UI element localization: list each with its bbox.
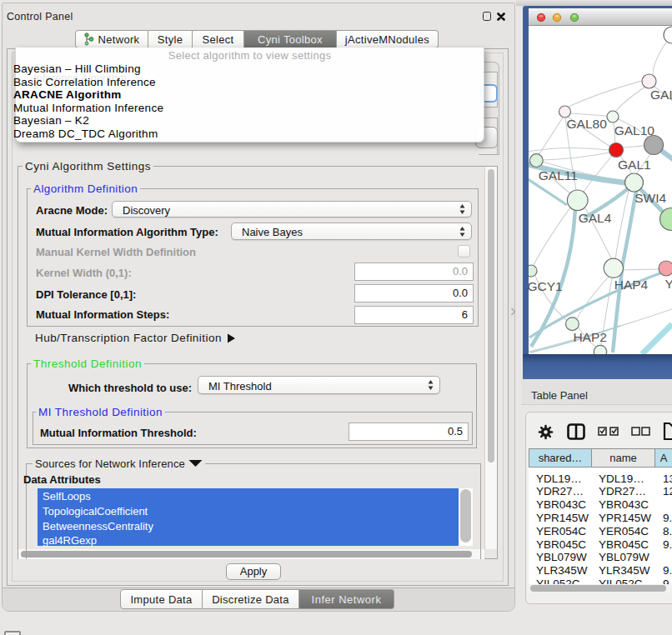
svg-text:GCY1: GCY1 [529, 279, 563, 293]
svg-text:SWI4: SWI4 [634, 191, 666, 205]
svg-text:GAL1: GAL1 [618, 158, 651, 172]
svg-text:GAL: GAL [650, 88, 672, 102]
svg-text:HAP4: HAP4 [614, 278, 649, 292]
svg-text:GAL80: GAL80 [567, 117, 608, 131]
svg-text:GAL4: GAL4 [579, 211, 612, 225]
svg-text:GAL10: GAL10 [614, 123, 655, 138]
svg-text:GAL11: GAL11 [539, 168, 578, 182]
svg-text:HAP2: HAP2 [573, 330, 607, 344]
svg-text:Y: Y [665, 277, 672, 291]
